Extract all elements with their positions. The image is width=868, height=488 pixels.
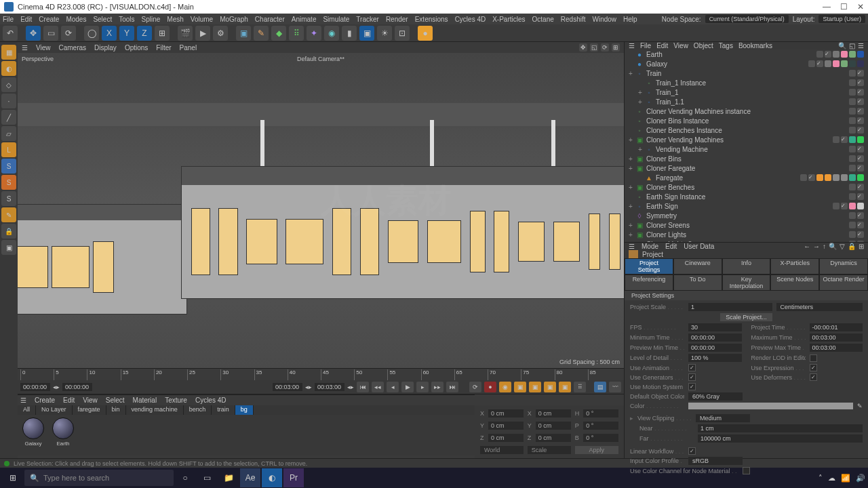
object-tag[interactable] bbox=[841, 60, 848, 67]
object-tag[interactable] bbox=[816, 174, 823, 181]
coord-mode1[interactable]: World bbox=[480, 446, 524, 454]
attrmenu-mode[interactable]: Mode bbox=[642, 243, 658, 250]
object-row[interactable]: +▣Cloner Vending Machines✓ bbox=[625, 135, 868, 144]
visibility-icon[interactable] bbox=[816, 51, 823, 58]
object-name[interactable]: Cloner Sreens bbox=[646, 222, 849, 229]
objmenu-file[interactable]: File bbox=[640, 42, 651, 49]
expand-icon[interactable]: + bbox=[638, 98, 645, 106]
render-vis-icon[interactable]: ✓ bbox=[857, 79, 864, 86]
layer-vending-machine[interactable]: vending machine bbox=[126, 405, 184, 415]
color-field[interactable] bbox=[688, 403, 853, 409]
render-vis-icon[interactable]: ✓ bbox=[857, 165, 864, 171]
useexpr-checkbox[interactable]: ✓ bbox=[810, 364, 817, 371]
render-vis-icon[interactable]: ✓ bbox=[857, 184, 864, 190]
render-vis-icon[interactable]: ✓ bbox=[857, 193, 864, 200]
taskbar-c4d-icon[interactable]: ◐ bbox=[262, 468, 282, 487]
render-vis-icon[interactable]: ✓ bbox=[857, 212, 864, 219]
viewport-3d[interactable]: Perspective Default Camera** Grid Spacin… bbox=[18, 53, 624, 368]
color-picker-icon[interactable]: ✎ bbox=[857, 403, 863, 409]
taskbar-ae-icon[interactable]: Ae bbox=[240, 468, 260, 487]
vp-rotate-icon[interactable]: ⟳ bbox=[601, 43, 609, 52]
object-row[interactable]: +▣Cloner Bins✓ bbox=[625, 154, 868, 163]
object-name[interactable]: Cloner Faregate bbox=[646, 165, 849, 172]
object-tag[interactable] bbox=[849, 136, 856, 143]
tweak-icon[interactable]: ✎ bbox=[1, 207, 16, 222]
goto-start-button[interactable]: ⏮ bbox=[357, 382, 369, 392]
visibility-icon[interactable] bbox=[849, 108, 856, 115]
render-vis-icon[interactable]: ✓ bbox=[857, 222, 864, 228]
object-tree[interactable]: ●Earth✓●Galaxy✓+◦Train✓◦Train_1 Instance… bbox=[625, 49, 868, 242]
gear-icon[interactable]: ⚙ bbox=[213, 26, 228, 41]
tab-key-interpolation[interactable]: Key Interpolation bbox=[722, 274, 771, 291]
viewport-solo-icon[interactable]: ▣ bbox=[1, 240, 16, 255]
object-name[interactable]: Train bbox=[646, 70, 849, 77]
record-button[interactable]: ● bbox=[484, 382, 496, 392]
taskbar-search[interactable]: 🔍 Type here to search bbox=[24, 470, 174, 486]
vp-burger-icon[interactable]: ☰ bbox=[22, 44, 28, 52]
objmenu-view[interactable]: View bbox=[673, 42, 688, 49]
key-param-button[interactable]: ▣ bbox=[559, 382, 571, 392]
dope-button[interactable]: ▤ bbox=[594, 382, 606, 392]
attrmenu-user-data[interactable]: User Data bbox=[684, 243, 714, 250]
visibility-icon[interactable] bbox=[849, 212, 856, 219]
layer-train[interactable]: train bbox=[212, 405, 235, 415]
deformer-icon[interactable]: ✦ bbox=[307, 26, 321, 41]
axis-y-icon[interactable]: Y bbox=[119, 26, 134, 41]
cloner-icon[interactable]: ⠿ bbox=[289, 26, 304, 41]
render-vis-icon[interactable]: ✓ bbox=[857, 231, 864, 238]
objmenu-tags[interactable]: Tags bbox=[719, 42, 733, 49]
material-galaxy[interactable]: Galaxy bbox=[20, 418, 46, 447]
prev-key-button[interactable]: ◂◂ bbox=[372, 382, 384, 392]
object-tag[interactable] bbox=[849, 60, 856, 67]
objmenu-bookmarks[interactable]: Bookmarks bbox=[738, 42, 772, 49]
expand-icon[interactable]: + bbox=[629, 184, 635, 191]
vp-zoom-icon[interactable]: ◱ bbox=[590, 43, 598, 52]
tab-info[interactable]: Info bbox=[722, 258, 771, 274]
visibility-icon[interactable] bbox=[849, 165, 856, 171]
viewclip-select[interactable]: Medium bbox=[696, 414, 750, 422]
edge-mode-icon[interactable]: ╱ bbox=[1, 110, 16, 125]
prev-frame-button[interactable]: ◂ bbox=[387, 382, 399, 392]
object-tag[interactable] bbox=[841, 51, 848, 58]
lod-field[interactable]: 100 % bbox=[688, 354, 742, 362]
object-row[interactable]: ◦Cloner Benches Instance✓ bbox=[625, 125, 868, 135]
visibility-icon[interactable] bbox=[849, 89, 856, 96]
vpmenu-cameras[interactable]: Cameras bbox=[59, 44, 87, 52]
vpmenu-display[interactable]: Display bbox=[94, 44, 117, 52]
layer-all[interactable]: All bbox=[18, 405, 36, 415]
menu-create[interactable]: Create bbox=[39, 16, 59, 23]
tab-referencing[interactable]: Referencing bbox=[625, 274, 673, 291]
goto-end-button[interactable]: ⏭ bbox=[446, 382, 458, 392]
object-name[interactable]: Earth Sign bbox=[646, 203, 833, 210]
key-scale-button[interactable]: ▣ bbox=[529, 382, 541, 392]
layer-faregate[interactable]: faregate bbox=[73, 405, 106, 415]
object-name[interactable]: Cloner Benches bbox=[646, 184, 849, 191]
object-name[interactable]: Faregate bbox=[656, 174, 800, 182]
om-search-icon[interactable]: 🔍 bbox=[838, 42, 846, 49]
attr-new-icon[interactable]: ⊞ bbox=[859, 243, 864, 250]
render-vis-icon[interactable]: ✓ bbox=[857, 98, 864, 105]
camera-icon[interactable]: ▣ bbox=[359, 26, 374, 41]
renderlod-checkbox[interactable] bbox=[810, 354, 817, 362]
visibility-icon[interactable] bbox=[849, 79, 856, 86]
visibility-icon[interactable] bbox=[833, 136, 840, 143]
object-tag[interactable] bbox=[849, 51, 856, 58]
menu-volume[interactable]: Volume bbox=[191, 16, 213, 23]
poly-mode-icon[interactable]: ▱ bbox=[1, 126, 16, 141]
material-earth[interactable]: Earth bbox=[50, 418, 76, 447]
object-name[interactable]: Earth bbox=[646, 51, 816, 58]
expand-icon[interactable]: + bbox=[629, 203, 635, 210]
rotate-tool[interactable]: ⟳ bbox=[61, 26, 76, 41]
object-tag[interactable] bbox=[833, 60, 840, 67]
vpmenu-options[interactable]: Options bbox=[125, 44, 148, 52]
object-row[interactable]: +▣Cloner Sreens✓ bbox=[625, 220, 868, 230]
current-frame-field[interactable]: 00:00:00 bbox=[20, 383, 50, 391]
tag-icon[interactable]: ⊡ bbox=[395, 26, 410, 41]
start-button[interactable]: ⊞ bbox=[3, 468, 23, 487]
object-name[interactable]: Cloner Vending Machines bbox=[646, 136, 833, 144]
object-name[interactable]: Symmetry bbox=[646, 212, 849, 220]
menu-tools[interactable]: Tools bbox=[119, 16, 134, 23]
project-scale-field[interactable]: 1 bbox=[688, 303, 772, 311]
usecolchan-checkbox[interactable] bbox=[743, 467, 750, 474]
menu-render[interactable]: Render bbox=[386, 16, 408, 23]
